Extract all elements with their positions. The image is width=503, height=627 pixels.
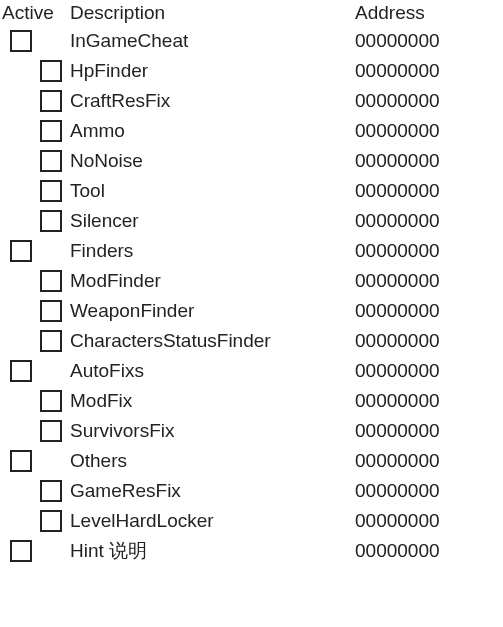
description-cell[interactable]: Silencer	[68, 206, 353, 236]
active-cell	[0, 476, 68, 506]
active-cell	[0, 236, 68, 266]
active-checkbox[interactable]	[40, 90, 62, 112]
header-address[interactable]: Address	[353, 0, 503, 26]
description-cell[interactable]: AutoFixs	[68, 356, 353, 386]
description-cell[interactable]: Others	[68, 446, 353, 476]
address-cell[interactable]: 00000000	[353, 326, 503, 356]
active-checkbox[interactable]	[10, 450, 32, 472]
table-row[interactable]: Ammo00000000	[0, 116, 503, 146]
active-checkbox[interactable]	[40, 270, 62, 292]
active-checkbox[interactable]	[40, 390, 62, 412]
address-cell[interactable]: 00000000	[353, 536, 503, 566]
active-cell	[0, 386, 68, 416]
active-checkbox[interactable]	[40, 60, 62, 82]
active-cell	[0, 146, 68, 176]
address-cell[interactable]: 00000000	[353, 176, 503, 206]
active-checkbox[interactable]	[40, 180, 62, 202]
active-checkbox[interactable]	[10, 30, 32, 52]
active-checkbox[interactable]	[10, 240, 32, 262]
table-row[interactable]: CraftResFix00000000	[0, 86, 503, 116]
active-cell	[0, 356, 68, 386]
table-row[interactable]: Silencer00000000	[0, 206, 503, 236]
description-cell[interactable]: NoNoise	[68, 146, 353, 176]
address-cell[interactable]: 00000000	[353, 56, 503, 86]
active-checkbox[interactable]	[10, 540, 32, 562]
active-cell	[0, 26, 68, 56]
table-row[interactable]: Hint 说明00000000	[0, 536, 503, 566]
active-checkbox[interactable]	[40, 150, 62, 172]
table-row[interactable]: AutoFixs00000000	[0, 356, 503, 386]
address-cell[interactable]: 00000000	[353, 236, 503, 266]
active-cell	[0, 506, 68, 536]
description-cell[interactable]: InGameCheat	[68, 26, 353, 56]
active-cell	[0, 176, 68, 206]
address-cell[interactable]: 00000000	[353, 476, 503, 506]
table-row[interactable]: GameResFix00000000	[0, 476, 503, 506]
active-cell	[0, 56, 68, 86]
table-row[interactable]: Finders00000000	[0, 236, 503, 266]
table-row[interactable]: SurvivorsFix00000000	[0, 416, 503, 446]
address-cell[interactable]: 00000000	[353, 116, 503, 146]
address-cell[interactable]: 00000000	[353, 506, 503, 536]
header-description[interactable]: Description	[68, 0, 353, 26]
active-checkbox[interactable]	[40, 420, 62, 442]
table-row[interactable]: InGameCheat00000000	[0, 26, 503, 56]
active-cell	[0, 416, 68, 446]
header-active[interactable]: Active	[0, 0, 68, 26]
description-cell[interactable]: CharactersStatusFinder	[68, 326, 353, 356]
active-checkbox[interactable]	[40, 330, 62, 352]
active-cell	[0, 86, 68, 116]
description-cell[interactable]: WeaponFinder	[68, 296, 353, 326]
active-checkbox[interactable]	[40, 480, 62, 502]
table-row[interactable]: HpFinder00000000	[0, 56, 503, 86]
address-cell[interactable]: 00000000	[353, 206, 503, 236]
address-cell[interactable]: 00000000	[353, 86, 503, 116]
description-cell[interactable]: Finders	[68, 236, 353, 266]
address-cell[interactable]: 00000000	[353, 26, 503, 56]
description-cell[interactable]: Tool	[68, 176, 353, 206]
active-cell	[0, 446, 68, 476]
address-cell[interactable]: 00000000	[353, 446, 503, 476]
active-checkbox[interactable]	[10, 360, 32, 382]
address-cell[interactable]: 00000000	[353, 146, 503, 176]
table-row[interactable]: Tool00000000	[0, 176, 503, 206]
active-checkbox[interactable]	[40, 120, 62, 142]
active-cell	[0, 296, 68, 326]
description-cell[interactable]: Hint 说明	[68, 536, 353, 566]
table-row[interactable]: WeaponFinder00000000	[0, 296, 503, 326]
active-cell	[0, 326, 68, 356]
description-cell[interactable]: ModFinder	[68, 266, 353, 296]
table-row[interactable]: NoNoise00000000	[0, 146, 503, 176]
address-cell[interactable]: 00000000	[353, 356, 503, 386]
table-row[interactable]: Others00000000	[0, 446, 503, 476]
table-row[interactable]: CharactersStatusFinder00000000	[0, 326, 503, 356]
description-cell[interactable]: SurvivorsFix	[68, 416, 353, 446]
description-cell[interactable]: HpFinder	[68, 56, 353, 86]
table-row[interactable]: LevelHardLocker00000000	[0, 506, 503, 536]
active-checkbox[interactable]	[40, 510, 62, 532]
table-row[interactable]: ModFinder00000000	[0, 266, 503, 296]
description-cell[interactable]: Ammo	[68, 116, 353, 146]
address-cell[interactable]: 00000000	[353, 386, 503, 416]
active-checkbox[interactable]	[40, 210, 62, 232]
active-cell	[0, 266, 68, 296]
address-cell[interactable]: 00000000	[353, 266, 503, 296]
active-cell	[0, 206, 68, 236]
table-row[interactable]: ModFix00000000	[0, 386, 503, 416]
active-checkbox[interactable]	[40, 300, 62, 322]
description-cell[interactable]: CraftResFix	[68, 86, 353, 116]
active-cell	[0, 116, 68, 146]
header-row: Active Description Address	[0, 0, 503, 26]
description-cell[interactable]: LevelHardLocker	[68, 506, 353, 536]
description-cell[interactable]: GameResFix	[68, 476, 353, 506]
description-cell[interactable]: ModFix	[68, 386, 353, 416]
address-cell[interactable]: 00000000	[353, 296, 503, 326]
cheat-table: Active Description Address InGameCheat00…	[0, 0, 503, 566]
address-cell[interactable]: 00000000	[353, 416, 503, 446]
active-cell	[0, 536, 68, 566]
